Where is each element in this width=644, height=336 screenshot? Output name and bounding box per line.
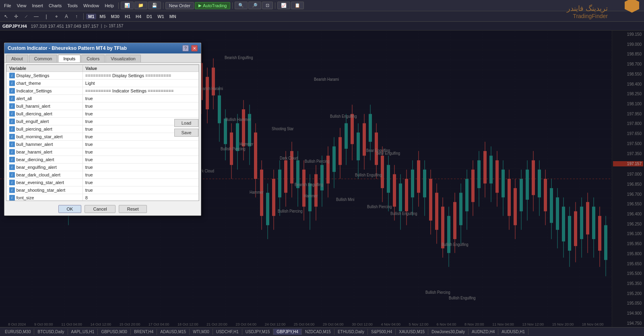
tab-about[interactable]: About	[6, 55, 28, 62]
hline-btn[interactable]: —	[32, 12, 41, 20]
vline-btn[interactable]: |	[42, 12, 51, 20]
load-btn[interactable]: Load	[174, 119, 198, 127]
table-row[interactable]: ibear_dark_cloud_alerttrue	[7, 171, 199, 179]
template-btn[interactable]: 📋	[291, 2, 304, 9]
bottom-tab-DowJones30-Daily[interactable]: DowJones30,Daily	[428, 329, 469, 335]
period-m5[interactable]: M5	[97, 14, 107, 19]
variable-name: bear_engulfing_alert	[17, 165, 57, 170]
trading-finder-logo	[625, 0, 639, 13]
period-m30[interactable]: M30	[109, 14, 122, 19]
table-row[interactable]: ialert_alltrue	[7, 95, 199, 102]
menu-insert[interactable]: Insert	[29, 2, 45, 9]
period-mn[interactable]: MN	[167, 14, 178, 19]
table-row[interactable]: iIndicator_Settings========== Indicator …	[7, 87, 199, 95]
fib-btn[interactable]: ⌖	[52, 12, 61, 20]
variable-value[interactable]: true	[83, 141, 199, 148]
table-row[interactable]: ibear_shooting_star_alerttrue	[7, 186, 199, 194]
variable-value[interactable]: true	[83, 148, 199, 156]
variable-value[interactable]: true	[83, 171, 199, 179]
bottom-tab-EURUSD-M30[interactable]: EURUSD,M30	[2, 329, 34, 335]
period-h4[interactable]: H4	[134, 14, 143, 19]
bottom-tab-USDJPY-M15[interactable]: USDJPY,M15	[242, 329, 273, 335]
bottom-tab-XAUUSD-M15[interactable]: XAUUSD,M15	[396, 329, 428, 335]
line-btn[interactable]: ⟋	[22, 12, 31, 20]
bottom-tab-ETHUSD-Daily[interactable]: ETHUSD,Daily	[334, 329, 368, 335]
bottom-tab-USDCHF-H1[interactable]: USDCHF,H1	[213, 329, 242, 335]
bottom-tab-S-P500-H4[interactable]: S&P500,H4	[368, 329, 396, 335]
variable-name: bear_evening_star_alert	[17, 180, 64, 185]
variable-value[interactable]: 8	[83, 194, 199, 201]
tab-visualization[interactable]: Visualization	[105, 55, 141, 62]
menu-help[interactable]: Help	[102, 2, 116, 9]
bottom-tab-AUDNZD-H4[interactable]: AUDNZD,H4	[469, 329, 498, 335]
table-row[interactable]: ifont_size8	[7, 194, 199, 201]
table-row[interactable]: iDisplay_Settings========== Display Sett…	[7, 72, 199, 80]
menu-window[interactable]: Window	[81, 2, 101, 9]
indicator-btn[interactable]: 📈	[277, 2, 290, 9]
bottom-tab-WTI-M30[interactable]: WTI,M30	[190, 329, 213, 335]
arrow-btn[interactable]: ↑	[72, 12, 81, 20]
menu-view[interactable]: View	[14, 2, 29, 9]
new-order-btn[interactable]: New Order	[165, 2, 194, 9]
bottom-tab-AUDUSD-H1[interactable]: AUDUSD,H1	[498, 329, 528, 335]
variable-value[interactable]: true	[83, 186, 199, 194]
variable-value[interactable]: ========== Display Settings ==========	[83, 72, 199, 80]
menu-tools[interactable]: Tools	[65, 2, 80, 9]
bottom-tab-GBPUSD-M30[interactable]: GBPUSD,M30	[98, 329, 130, 335]
loadsave-area: Load Save	[174, 119, 198, 137]
tab-colors[interactable]: Colors	[81, 55, 105, 62]
fit-btn[interactable]: ⊡	[262, 2, 273, 9]
cursor-btn[interactable]: ↖	[2, 12, 10, 20]
dialog-help-btn[interactable]: ?	[182, 45, 189, 51]
table-row[interactable]: ibull_piercing_alerttrue	[7, 125, 199, 133]
menu-charts[interactable]: Charts	[46, 2, 64, 9]
table-row[interactable]: ibull_hammer_alerttrue	[7, 141, 199, 148]
auto-trading-btn[interactable]: ▶ AutoTrading	[195, 2, 231, 9]
variable-value[interactable]: true	[83, 164, 199, 171]
menu-file[interactable]: File	[2, 2, 14, 9]
reset-btn[interactable]: Reset	[119, 205, 147, 213]
table-row[interactable]: ibear_engulfing_alerttrue	[7, 164, 199, 171]
dialog-title: Custom Indicator - Bheurekso Pattern MT4…	[8, 45, 127, 51]
bottom-tab-GBPJPY-H4[interactable]: GBPJPY,H4	[273, 329, 302, 335]
bottom-tab-AAPL-US-H1[interactable]: AAPL,US,H1	[68, 329, 98, 335]
table-row[interactable]: ibear_harami_alerttrue	[7, 148, 199, 156]
bottom-tab-NZDCAD-M15[interactable]: NZDCAD,M15	[302, 329, 334, 335]
variable-value[interactable]: true	[83, 95, 199, 102]
variable-value[interactable]: ========== Indicator Settings ==========	[83, 87, 199, 95]
period-m1[interactable]: M1	[86, 14, 96, 19]
variable-value[interactable]: true	[83, 110, 199, 118]
table-row[interactable]: ibull_morning_star_alerttrue	[7, 133, 199, 141]
cancel-btn[interactable]: Cancel	[85, 205, 115, 213]
variable-name: bull_hammer_alert	[17, 142, 53, 147]
table-row[interactable]: ibull_diercing_alerttrue	[7, 110, 199, 118]
period-d1[interactable]: D1	[144, 14, 154, 19]
dialog-close-btn[interactable]: ✕	[191, 45, 198, 51]
variable-value[interactable]: true	[83, 179, 199, 186]
tab-common[interactable]: Common	[29, 55, 58, 62]
text-btn[interactable]: A	[62, 12, 71, 20]
bottom-tab-BRENT-H4[interactable]: BRENT,H4	[131, 329, 157, 335]
variable-value[interactable]: Light	[83, 80, 199, 87]
table-row[interactable]: ibull_harami_alerttrue	[7, 102, 199, 110]
ok-btn[interactable]: OK	[58, 205, 82, 213]
save-btn[interactable]: Save	[174, 129, 198, 137]
variable-value[interactable]: true	[83, 156, 199, 164]
variable-value[interactable]: true	[83, 102, 199, 110]
crosshair-btn[interactable]: ✛	[12, 12, 21, 20]
dialog-table-container[interactable]: Variable Value iDisplay_Settings========…	[6, 64, 199, 201]
table-row[interactable]: ibear_diercing_alerttrue	[7, 156, 199, 164]
table-row[interactable]: ichart_themeLight	[7, 80, 199, 87]
table-row[interactable]: ibull_engulf_alerttrue	[7, 118, 199, 125]
bottom-tab-BTCUSD-Daily[interactable]: BTCUSD,Daily	[34, 329, 68, 335]
period-w1[interactable]: W1	[155, 14, 166, 19]
open-btn[interactable]: 📁	[134, 2, 147, 9]
period-h1[interactable]: H1	[123, 14, 132, 19]
tab-inputs[interactable]: Inputs	[58, 55, 80, 62]
table-row[interactable]: ibear_evening_star_alerttrue	[7, 179, 199, 186]
bottom-tab-ADAUSD-M15[interactable]: ADAUSD,M15	[157, 329, 190, 335]
save-btn[interactable]: 💾	[148, 2, 161, 9]
zoom-out-btn[interactable]: 🔎	[248, 2, 261, 9]
new-chart-btn[interactable]: 📊	[121, 2, 134, 9]
zoom-in-btn[interactable]: 🔍	[235, 2, 248, 9]
